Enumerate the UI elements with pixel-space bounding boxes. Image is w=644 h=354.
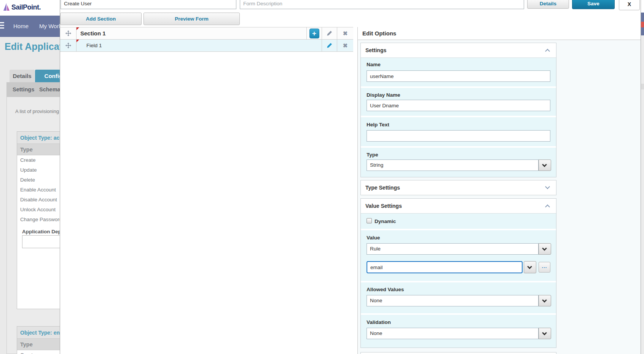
type-settings-panel-header[interactable]: Type Settings: [361, 180, 556, 195]
type-settings-panel: Type Settings: [360, 180, 556, 195]
edit-options-panel: Edit Options Settings Name Display Name …: [357, 27, 641, 354]
close-button[interactable]: X: [619, 0, 640, 10]
settings-panel-body: Name Display Name Help Text Type String: [361, 57, 556, 177]
allowed-values-select-value: None: [367, 295, 539, 306]
edit-options-title: Edit Options: [358, 27, 641, 40]
list-item[interactable]: Change Password: [17, 215, 61, 225]
name-input[interactable]: [367, 70, 550, 82]
object-type-account-box: Object Type: ac Type Create Update Delet…: [17, 131, 62, 309]
allowed-values-select[interactable]: None: [367, 295, 551, 306]
list-item[interactable]: Update: [17, 165, 61, 175]
validation-select[interactable]: None: [367, 328, 551, 339]
pencil-icon[interactable]: [327, 43, 332, 48]
sailpoint-sail-icon: [3, 3, 10, 12]
delete-field-cell: ✖: [337, 40, 353, 51]
type-select-value: String: [367, 159, 539, 171]
type-label: Type: [367, 152, 378, 158]
value-label: Value: [367, 235, 380, 241]
chevron-down-icon: [542, 298, 547, 303]
form-editor-modal: Details Save X Add Section Preview Form …: [60, 0, 641, 354]
type-select[interactable]: String: [367, 159, 551, 171]
chevron-down-icon[interactable]: [545, 184, 550, 189]
hamburger-menu-icon[interactable]: [0, 22, 4, 30]
value-mode-select-button[interactable]: [539, 243, 551, 255]
list-item[interactable]: Create: [17, 350, 61, 354]
tab-details[interactable]: Details: [10, 70, 35, 82]
delete-section-cell: ✖: [337, 27, 353, 39]
add-section-button[interactable]: Add Section: [60, 13, 142, 25]
object-type-entitlement-box: Object Type: en Type Create: [17, 326, 62, 354]
application-dependency-label: Application Depen: [22, 229, 62, 234]
pencil-icon[interactable]: [327, 30, 332, 36]
value-mode-select-value: Rule: [367, 243, 539, 255]
field-title-cell[interactable]: Field 1: [77, 40, 322, 51]
list-item[interactable]: Enable Account: [17, 185, 61, 195]
value-settings-panel-body: Dynamic Value Rule ... Allowed Values No…: [361, 213, 556, 348]
name-label: Name: [367, 62, 381, 67]
allowed-values-select-button[interactable]: [539, 295, 551, 306]
chevron-down-icon: [542, 162, 547, 167]
list-item[interactable]: Create: [17, 155, 61, 165]
edit-field-cell: [322, 40, 337, 51]
display-name-label: Display Name: [367, 92, 400, 98]
preview-form-button[interactable]: Preview Form: [143, 13, 240, 25]
drag-handle[interactable]: [60, 27, 77, 39]
delete-icon[interactable]: ✖: [343, 42, 348, 49]
list-item[interactable]: Disable Account: [17, 195, 61, 205]
list-item[interactable]: Unlock Account: [17, 205, 61, 215]
subtab-schema[interactable]: Schema: [39, 82, 61, 97]
drag-handle[interactable]: [60, 40, 77, 51]
type-column-header: Type: [17, 144, 61, 155]
validation-select-button[interactable]: [539, 328, 551, 339]
chevron-down-icon: [542, 246, 547, 251]
rule-browse-button[interactable]: ...: [539, 262, 550, 273]
dynamic-label: Dynamic: [375, 218, 396, 224]
move-icon: [65, 30, 71, 36]
details-button[interactable]: Details: [527, 0, 569, 9]
subtab-settings[interactable]: Settings: [13, 82, 34, 97]
help-text-label: Help Text: [367, 122, 389, 128]
list-item[interactable]: Delete: [17, 175, 61, 185]
chevron-up-icon[interactable]: [545, 49, 550, 54]
value-settings-panel-title: Value Settings: [365, 203, 402, 209]
add-field-button[interactable]: +: [309, 29, 319, 38]
value-mode-select[interactable]: Rule: [367, 243, 551, 255]
chevron-down-icon: [527, 264, 532, 269]
value-settings-panel: Value Settings Dynamic Value Rule ...: [360, 198, 556, 348]
add-field-cell: +: [307, 27, 322, 39]
save-button[interactable]: Save: [572, 0, 615, 9]
display-name-input[interactable]: [367, 100, 550, 111]
background-page-right-edge: [641, 0, 644, 354]
chevron-up-icon[interactable]: [545, 204, 550, 209]
dirty-marker: [77, 27, 79, 30]
settings-panel-header[interactable]: Settings: [361, 43, 556, 57]
delete-icon[interactable]: ✖: [343, 30, 348, 37]
alert-badge-edge: [641, 22, 644, 27]
type-settings-panel-title: Type Settings: [365, 185, 400, 191]
rule-value-dropdown-button[interactable]: [524, 261, 536, 273]
validation-select-value: None: [367, 328, 539, 339]
section-label: Section 1: [77, 27, 306, 40]
dirty-marker: [77, 40, 79, 42]
section-title-cell[interactable]: Section 1: [77, 27, 307, 39]
help-text-input[interactable]: [367, 130, 550, 142]
sailpoint-logo-text: SailPoint.: [11, 3, 41, 11]
validation-label: Validation: [367, 319, 391, 325]
nav-item-my-work[interactable]: My Work: [39, 23, 62, 29]
type-select-button[interactable]: [539, 159, 551, 171]
field-row[interactable]: Field 1 ✖: [60, 40, 353, 52]
object-type-entitlement-header: Object Type: en: [17, 327, 61, 339]
rule-value-input[interactable]: [367, 261, 523, 273]
section-row[interactable]: Section 1 + ✖: [60, 27, 353, 40]
move-icon: [65, 43, 71, 48]
form-name-input[interactable]: [61, 0, 236, 9]
application-dependency-field[interactable]: [22, 235, 62, 248]
edit-section-cell: [322, 27, 337, 39]
settings-panel-title: Settings: [365, 47, 386, 53]
sailpoint-logo: SailPoint.: [3, 3, 41, 12]
form-description-input[interactable]: [240, 0, 524, 9]
value-settings-panel-header[interactable]: Value Settings: [361, 199, 556, 213]
dynamic-checkbox[interactable]: [367, 218, 372, 223]
object-type-account-header: Object Type: ac: [17, 132, 61, 144]
nav-item-home[interactable]: Home: [13, 23, 29, 29]
